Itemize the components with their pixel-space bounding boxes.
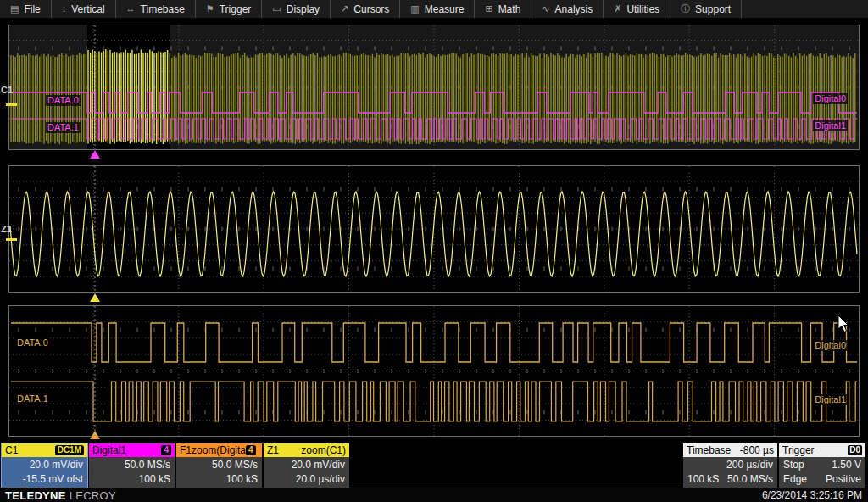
- trace-label-data1: DATA.1: [46, 122, 81, 133]
- trigger-position-marker-bottom[interactable]: [90, 431, 100, 439]
- info-icon: ⓘ: [681, 4, 690, 14]
- c1-title: C1: [5, 444, 18, 456]
- z1-title: Z1: [267, 444, 279, 456]
- waveform-chart-icon: ∿: [542, 4, 549, 14]
- zoom-waveform-grid[interactable]: [8, 165, 860, 293]
- f1-function: zoom(Digita: [192, 444, 246, 456]
- z1-vdiv: 20.0 mV/div: [268, 458, 345, 472]
- vertical-arrows-icon: ↕: [62, 4, 67, 14]
- trigger-level: 1.50 V: [832, 458, 861, 472]
- ruler-doc-icon: ▥: [410, 4, 419, 14]
- menu-analysis[interactable]: ∿Analysis: [531, 0, 604, 18]
- trigger-title: Trigger: [782, 444, 815, 456]
- menu-display[interactable]: ▭Display: [262, 0, 331, 18]
- top-waveform-grid[interactable]: DATA.0 DATA.1 Digital0 Digital1: [8, 25, 860, 150]
- trigger-mode: Stop: [783, 458, 804, 472]
- monitor-icon: ▭: [272, 4, 281, 14]
- digital1-title: Digital1: [92, 444, 126, 456]
- channel-label-c1: C1: [1, 85, 13, 95]
- c1-vdiv: 20.0 mV/div: [6, 458, 83, 472]
- z1-level-indicator[interactable]: [6, 238, 17, 241]
- z1-tdiv: 20.0 µs/div: [268, 472, 345, 487]
- trace-label-digital1: Digital1: [813, 120, 848, 131]
- c1-level-indicator[interactable]: [6, 103, 17, 106]
- f1-samples: 100 kS: [181, 472, 258, 487]
- pointer-icon: ↗: [341, 4, 348, 14]
- f1-lines-badge: 4: [246, 445, 256, 455]
- trigger-slope: Positive: [826, 472, 861, 487]
- flag-icon: ⚑: [206, 4, 214, 14]
- z1-function: zoom(C1): [301, 444, 346, 456]
- menu-timebase[interactable]: ↔Timebase: [116, 0, 196, 18]
- digital1-samples: 100 kS: [93, 472, 170, 487]
- trigger-position-marker-middle[interactable]: [90, 293, 100, 302]
- digital1-rate: 50.0 MS/s: [93, 458, 170, 472]
- footer-bar: [0, 488, 868, 502]
- trigger-source-badge: D0: [848, 445, 862, 455]
- f1-rate: 50.0 MS/s: [181, 458, 258, 472]
- digital1-descriptor-panel[interactable]: Digital1 4 50.0 MS/s 100 kS: [89, 443, 175, 488]
- timebase-samples: 100 kS: [687, 472, 719, 487]
- timebase-rate: 50.0 MS/s: [727, 472, 773, 487]
- brand-logo: TELEDYNE LECROY: [5, 489, 116, 502]
- digital-waveform-grid[interactable]: DATA.0 DATA.1 Digital0 Digital1: [8, 305, 860, 437]
- menu-vertical[interactable]: ↕Vertical: [52, 0, 116, 18]
- timebase-descriptor-panel[interactable]: Timebase -800 µs 200 µs/div 100 kS 50.0 …: [683, 443, 777, 488]
- menu-measure[interactable]: ▥Measure: [400, 0, 475, 18]
- tools-icon: ✗: [614, 4, 621, 14]
- z1-descriptor-panel[interactable]: Z1 zoom(C1) 20.0 mV/div 20.0 µs/div: [264, 443, 349, 488]
- oscilloscope-screen: ▤File ↕Vertical ↔Timebase ⚑Trigger ▭Disp…: [0, 0, 868, 502]
- menu-file[interactable]: ▤File: [0, 0, 52, 18]
- timebase-title: Timebase: [687, 444, 731, 456]
- timebase-scale: 200 µs/div: [687, 458, 773, 472]
- channel-label-z1: Z1: [1, 224, 12, 234]
- c1-coupling-badge: DC1M: [55, 445, 84, 455]
- c1-offset: -15.5 mV ofst: [6, 472, 83, 487]
- c1-descriptor-panel[interactable]: C1 DC1M 20.0 mV/div -15.5 mV ofst: [2, 443, 87, 488]
- menu-cursors[interactable]: ↗Cursors: [331, 0, 400, 18]
- menu-support[interactable]: ⓘSupport: [670, 0, 742, 18]
- trigger-position-marker-top[interactable]: [90, 150, 100, 159]
- f1-descriptor-panel[interactable]: F1zoom(Digita 4 50.0 MS/s 100 kS: [176, 443, 262, 488]
- trace-label-digital0: Digital0: [813, 93, 848, 104]
- horizontal-arrows-icon: ↔: [126, 4, 136, 14]
- trigger-type: Edge: [783, 472, 807, 487]
- digital1-lines-badge: 4: [161, 445, 171, 455]
- menu-math[interactable]: ⊞Math: [475, 0, 531, 18]
- menu-bar: ▤File ↕Vertical ↔Timebase ⚑Trigger ▭Disp…: [0, 0, 868, 18]
- file-icon: ▤: [10, 4, 19, 14]
- mouse-cursor: [837, 315, 851, 337]
- trace-label-data0: DATA.0: [15, 337, 50, 349]
- trace-label-digital1: Digital1: [813, 394, 848, 405]
- trace-label-digital0: Digital0: [813, 340, 848, 351]
- datetime-display: 6/23/2014 3:25:16 PM: [762, 489, 862, 501]
- trigger-descriptor-panel[interactable]: Trigger D0 Stop 1.50 V Edge Positive: [779, 443, 865, 488]
- menu-trigger[interactable]: ⚑Trigger: [196, 0, 262, 18]
- calculator-icon: ⊞: [485, 4, 492, 14]
- menu-utilities[interactable]: ✗Utilities: [604, 0, 670, 18]
- timebase-offset: -800 µs: [740, 444, 774, 456]
- trace-label-data0: DATA.0: [46, 95, 81, 106]
- trace-label-data1: DATA.1: [15, 393, 50, 404]
- f1-title: F1: [180, 444, 192, 456]
